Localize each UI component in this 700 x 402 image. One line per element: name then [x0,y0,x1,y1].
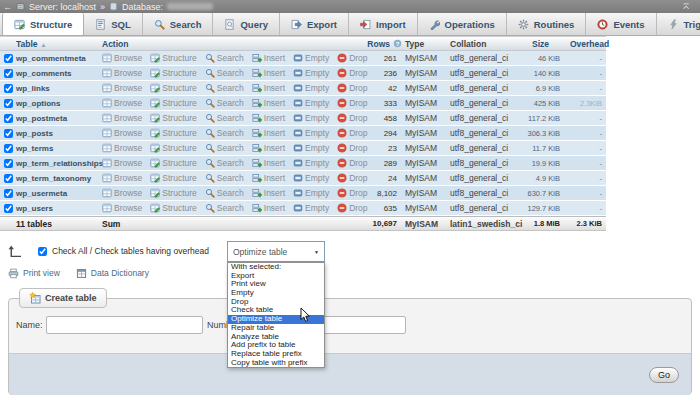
row-checkbox[interactable] [4,129,13,138]
structure-action-link[interactable]: Structure [150,203,197,213]
browse-action-link[interactable]: Browse [102,158,142,168]
structure-action-link[interactable]: Structure [150,158,197,168]
table-name-link[interactable]: wp_postmeta [16,114,102,123]
browse-action-link[interactable]: Browse [102,143,142,153]
table-name-link[interactable]: wp_term_relationships [16,159,102,168]
empty-action-link[interactable]: Empty [293,188,329,198]
browse-action-link[interactable]: Browse [102,203,142,213]
empty-action-link[interactable]: Empty [293,113,329,123]
empty-action-link[interactable]: Empty [293,143,329,153]
go-button[interactable]: Go [649,367,679,383]
empty-action-link[interactable]: Empty [293,53,329,63]
row-checkbox[interactable] [4,54,13,63]
insert-action-link[interactable]: Insert [252,98,285,108]
browse-action-link[interactable]: Browse [102,128,142,138]
search-action-link[interactable]: Search [205,158,244,168]
empty-action-link[interactable]: Empty [293,83,329,93]
column-header-size[interactable]: Size [526,39,562,49]
browse-action-link[interactable]: Browse [102,98,142,108]
structure-action-link[interactable]: Structure [150,98,197,108]
table-name-link[interactable]: wp_term_taxonomy [16,174,102,183]
tab-routines[interactable]: Routines [507,13,587,35]
empty-action-link[interactable]: Empty [293,158,329,168]
table-name-link[interactable]: wp_usermeta [16,189,102,198]
row-checkbox[interactable] [4,174,13,183]
search-action-link[interactable]: Search [205,68,244,78]
search-action-link[interactable]: Search [205,203,244,213]
check-all-checkbox[interactable] [38,247,47,256]
empty-action-link[interactable]: Empty [293,173,329,183]
with-selected-dropdown[interactable]: Optimize table ▼ [227,241,325,262]
insert-action-link[interactable]: Insert [252,173,285,183]
structure-action-link[interactable]: Structure [150,128,197,138]
row-checkbox[interactable] [4,84,13,93]
browse-action-link[interactable]: Browse [102,83,142,93]
tab-query[interactable]: Query [213,13,279,35]
browse-action-link[interactable]: Browse [102,53,142,63]
row-checkbox[interactable] [4,144,13,153]
browse-action-link[interactable]: Browse [102,173,142,183]
column-header-type[interactable]: Type [402,39,448,49]
insert-action-link[interactable]: Insert [252,128,285,138]
empty-action-link[interactable]: Empty [293,128,329,138]
search-action-link[interactable]: Search [205,113,244,123]
empty-action-link[interactable]: Empty [293,68,329,78]
insert-action-link[interactable]: Insert [252,113,285,123]
search-action-link[interactable]: Search [205,128,244,138]
row-checkbox[interactable] [4,189,13,198]
insert-action-link[interactable]: Insert [252,143,285,153]
insert-action-link[interactable]: Insert [252,68,285,78]
search-action-link[interactable]: Search [205,143,244,153]
insert-action-link[interactable]: Insert [252,83,285,93]
browse-action-link[interactable]: Browse [102,113,142,123]
tab-sql[interactable]: SQL [84,13,143,35]
empty-action-link[interactable]: Empty [293,203,329,213]
row-checkbox[interactable] [4,204,13,213]
structure-action-link[interactable]: Structure [150,143,197,153]
column-header-rows[interactable]: Rows? [330,39,402,49]
column-header-table[interactable]: Table▲ [16,39,102,49]
table-name-link[interactable]: wp_commentmeta [16,54,102,63]
collapse-top-icon[interactable] [682,2,691,11]
table-name-link[interactable]: wp_options [16,99,102,108]
empty-action-link[interactable]: Empty [293,98,329,108]
structure-action-link[interactable]: Structure [150,188,197,198]
tab-import[interactable]: Import [349,13,418,35]
table-name-link[interactable]: wp_terms [16,144,102,153]
structure-action-link[interactable]: Structure [150,83,197,93]
structure-action-link[interactable]: Structure [150,53,197,63]
search-action-link[interactable]: Search [205,53,244,63]
search-action-link[interactable]: Search [205,173,244,183]
search-action-link[interactable]: Search [205,98,244,108]
insert-action-link[interactable]: Insert [252,158,285,168]
tab-events[interactable]: Events [586,13,656,35]
tab-search[interactable]: Search [143,13,214,35]
browse-action-link[interactable]: Browse [102,68,142,78]
check-all-label[interactable]: Check All / Check tables having overhead [52,246,209,256]
structure-action-link[interactable]: Structure [150,173,197,183]
breadcrumb-server[interactable]: Server: localhost [29,2,96,12]
structure-action-link[interactable]: Structure [150,68,197,78]
row-checkbox[interactable] [4,99,13,108]
row-checkbox[interactable] [4,114,13,123]
insert-action-link[interactable]: Insert [252,188,285,198]
table-name-link[interactable]: wp_links [16,84,102,93]
data-dictionary-link[interactable]: Data Dictionary [91,268,149,278]
insert-action-link[interactable]: Insert [252,203,285,213]
dropdown-option[interactable]: Copy table with prefix [228,359,324,368]
row-checkbox[interactable] [4,159,13,168]
table-name-link[interactable]: wp_posts [16,129,102,138]
table-name-link[interactable]: wp_users [16,204,102,213]
browse-action-link[interactable]: Browse [102,188,142,198]
structure-action-link[interactable]: Structure [150,113,197,123]
tab-operations[interactable]: Operations [418,13,507,35]
tab-triggers[interactable]: Triggers [657,13,700,35]
breadcrumb-database[interactable]: Database: [122,2,163,12]
column-header-overhead[interactable]: Overhead [562,39,606,49]
tab-structure[interactable]: Structure [2,13,84,35]
table-name-input[interactable] [46,316,203,334]
search-action-link[interactable]: Search [205,83,244,93]
table-name-link[interactable]: wp_comments [16,69,102,78]
print-view-link[interactable]: Print view [23,268,60,278]
row-checkbox[interactable] [4,69,13,78]
